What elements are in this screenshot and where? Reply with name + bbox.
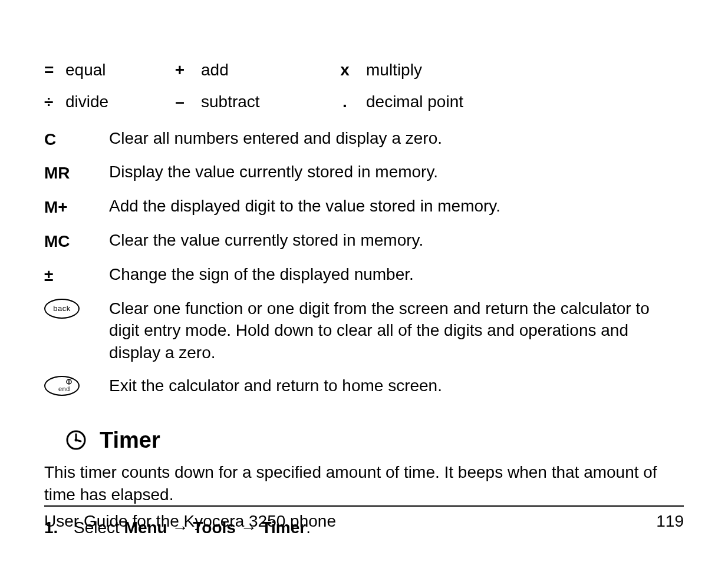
oval-button-label: back [53,303,70,314]
operator-equal: = equal [44,59,162,81]
key-symbol: ± [44,263,109,287]
key-symbol: M+ [44,195,109,219]
operator-label: subtract [201,91,260,113]
operator-decimal: . decimal point [327,91,684,113]
page-number: 119 [656,510,684,533]
operator-grid: = equal + add x multiply ÷ divide – subt… [44,59,684,113]
key-description-list: C Clear all numbers entered and display … [44,127,684,397]
operator-divide: ÷ divide [44,91,162,113]
page-footer: User Guide for the Kyocera 3250 phone 11… [44,505,684,533]
operator-symbol: x [327,59,363,81]
svg-text:end: end [58,385,70,392]
timer-heading: Timer [44,425,684,455]
operator-symbol: + [162,59,197,81]
operator-symbol: . [327,91,363,113]
key-description: Clear the value currently stored in memo… [109,229,684,252]
svg-line-6 [76,440,81,441]
key-symbol: MC [44,229,109,253]
key-description: Clear one function or one digit from the… [109,297,684,364]
timer-description: This timer counts down for a specified a… [44,461,684,506]
key-row-mplus: M+ Add the displayed digit to the value … [44,195,684,219]
key-description: Change the sign of the displayed number. [109,263,684,286]
end-key-icon: end [44,375,109,396]
operator-symbol: = [44,59,62,81]
timer-title: Timer [100,425,160,455]
operator-label: divide [65,91,108,113]
key-row-back: back Clear one function or one digit fro… [44,297,684,364]
key-description: Display the value currently stored in me… [109,161,684,183]
footer-line: User Guide for the Kyocera 3250 phone 11… [44,510,684,533]
operator-symbol: ÷ [44,91,62,113]
key-symbol: MR [44,161,109,184]
key-description: Add the displayed digit to the value sto… [109,195,684,217]
operator-multiply: x multiply [327,59,684,81]
operator-row-1: = equal + add x multiply [44,59,684,81]
footer-title: User Guide for the Kyocera 3250 phone [44,510,336,533]
back-key-icon: back [44,297,109,319]
operator-subtract: – subtract [162,91,327,113]
operator-row-2: ÷ divide – subtract . decimal point [44,91,684,113]
operator-label: equal [65,59,106,81]
operator-label: multiply [366,59,422,81]
operator-label: decimal point [366,91,463,113]
key-description: Clear all numbers entered and display a … [109,127,684,150]
end-icon-svg: end [45,377,78,395]
operator-symbol: – [162,91,197,113]
key-row-plusminus: ± Change the sign of the displayed numbe… [44,263,684,287]
key-description: Exit the calculator and return to home s… [109,375,684,397]
key-row-mr: MR Display the value currently stored in… [44,161,684,184]
key-row-mc: MC Clear the value currently stored in m… [44,229,684,253]
clock-icon [65,429,87,451]
key-row-c: C Clear all numbers entered and display … [44,127,684,151]
operator-add: + add [162,59,327,81]
oval-button-back: back [44,299,80,319]
oval-button-end: end [44,376,80,396]
key-symbol: C [44,127,109,151]
key-row-end: end Exit the calculator and return to ho… [44,375,684,397]
footer-rule [44,505,684,507]
operator-label: add [201,59,229,81]
